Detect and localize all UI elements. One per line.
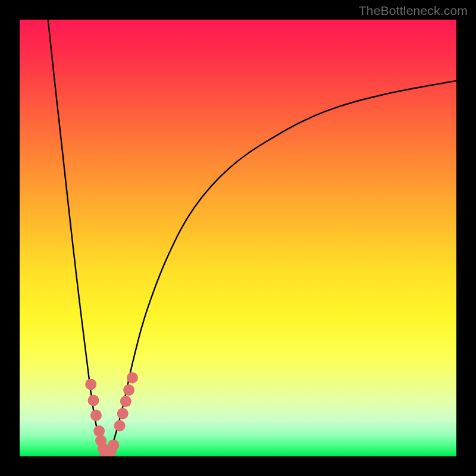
curve-layer [48,20,456,455]
chart-frame: TheBottleneck.com [0,0,476,476]
data-marker [88,395,99,406]
curve-left-branch [48,20,107,455]
plot-area [20,20,456,456]
data-marker [93,425,105,437]
watermark-text: TheBottleneck.com [359,4,468,18]
data-marker [127,372,138,383]
data-marker [90,410,102,421]
chart-svg [20,20,456,456]
marker-layer [85,372,138,456]
data-marker [123,384,134,396]
data-marker [117,408,129,419]
data-marker [108,439,119,450]
curve-right-branch [106,81,456,455]
data-marker [85,378,96,390]
data-marker [120,396,131,407]
data-marker [114,420,126,431]
